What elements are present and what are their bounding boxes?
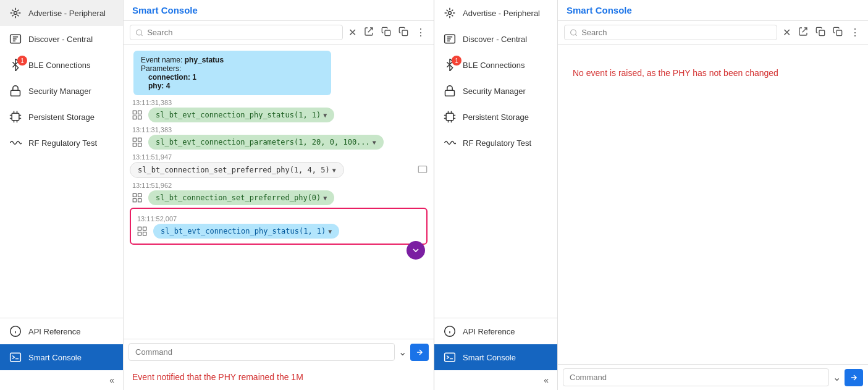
sidebar-item-api-right[interactable]: API Reference [434, 318, 557, 344]
chevron-left-icon-right: « [544, 375, 549, 385]
sidebar-item-advertise-right[interactable]: Advertise - Peripheral [434, 0, 557, 26]
left-panel: Advertise - Peripheral Discover - Centra… [0, 0, 434, 390]
right-panel: Advertise - Peripheral Discover - Centra… [434, 0, 868, 390]
sidebar-item-storage-right[interactable]: Persistent Storage [434, 104, 557, 130]
svg-rect-31 [445, 353, 455, 361]
ts-1-left: 13:11:31,383 [130, 99, 428, 106]
wave-icon [9, 136, 22, 150]
svg-rect-5 [11, 353, 21, 361]
copy-row-icon-left[interactable] [418, 164, 428, 176]
radar-icon [9, 32, 22, 46]
grid-icon-4-left [130, 190, 145, 205]
more-icon-right[interactable]: ⋮ [848, 25, 862, 40]
search-input-left[interactable] [147, 28, 337, 37]
sidebar-item-storage-left[interactable]: Persistent Storage [0, 104, 123, 130]
chip-label-3-left: sl_bt_connection_set_preferred_phy(1, 4,… [138, 166, 330, 174]
copy2-icon-right[interactable] [831, 25, 845, 40]
sidebar-label: Security Manager [28, 87, 91, 96]
export-icon-right[interactable] [796, 25, 810, 40]
sidebar-label: API Reference [463, 327, 515, 336]
event-row-1-left: sl_bt_evt_connection_phy_status(1, 1) ▼ [130, 108, 428, 122]
command-input-left[interactable] [129, 343, 395, 361]
svg-rect-34 [836, 30, 842, 36]
sidebar-label: Advertise - Peripheral [28, 9, 106, 18]
search-input-right[interactable] [581, 28, 772, 37]
svg-rect-22 [138, 227, 141, 230]
svg-rect-11 [133, 116, 136, 119]
chevron-left-icon: « [109, 375, 114, 385]
antenna-icon [9, 6, 22, 20]
ts-3-left: 13:11:51,947 [130, 153, 428, 161]
send-btn-left[interactable] [410, 344, 429, 361]
left-console-body: Event name: phy_status Parameters: conne… [124, 45, 434, 339]
scroll-down-btn-left[interactable] [407, 241, 425, 260]
left-search-box[interactable] [130, 25, 343, 40]
right-search-box[interactable] [564, 25, 777, 40]
sidebar-item-ble-right[interactable]: 1 BLE Connections [434, 52, 557, 78]
sidebar-item-console-left[interactable]: Smart Console [0, 344, 123, 370]
sidebar-item-rf-right[interactable]: RF Regulatory Test [434, 130, 557, 156]
svg-rect-13 [133, 138, 136, 141]
svg-rect-9 [133, 111, 136, 114]
highlighted-row-left: 13:11:52,007 sl_bt_evt_connection_phy_st… [130, 208, 428, 245]
expand-icon-left[interactable]: ⌄ [398, 346, 407, 358]
wave-icon-right [443, 136, 457, 150]
clear-icon-right[interactable]: ✕ [781, 25, 793, 40]
tooltip-line2: Parameters: [141, 64, 324, 73]
tooltip-line4: phy: 4 [141, 82, 324, 90]
event-chip-3-left[interactable]: sl_bt_connection_set_preferred_phy(1, 4,… [130, 162, 344, 178]
sidebar-item-security-left[interactable]: Security Manager [0, 78, 123, 104]
send-btn-right[interactable] [845, 369, 863, 386]
sidebar-item-rf-left[interactable]: RF Regulatory Test [0, 130, 123, 156]
sidebar-label: Smart Console [28, 353, 82, 362]
sidebar-label: RF Regulatory Test [28, 138, 97, 148]
event-chip-4-left[interactable]: sl_bt_connection_set_preferred_phy(0) ▼ [148, 190, 334, 205]
sidebar-item-console-right[interactable]: Smart Console [434, 344, 557, 370]
info-icon [9, 324, 22, 338]
smart-console-title-left: Smart Console [124, 0, 434, 21]
copy-icon-right[interactable] [814, 25, 827, 40]
copy2-icon-left[interactable] [397, 25, 410, 40]
event-chip-1-left[interactable]: sl_bt_evt_connection_phy_status(1, 1) ▼ [148, 108, 334, 122]
ble-badge-left: 1 [17, 56, 27, 66]
more-icon-left[interactable]: ⋮ [414, 25, 428, 40]
sidebar-label: Persistent Storage [463, 112, 529, 122]
clear-icon-left[interactable]: ✕ [347, 25, 358, 40]
svg-rect-19 [138, 193, 141, 197]
sidebar-label: API Reference [28, 327, 81, 336]
chip-label-5-left: sl_bt_evt_connection_phy_status(1, 1) [161, 227, 326, 235]
sidebar-item-discover-right[interactable]: Discover - Central [434, 26, 557, 52]
collapse-btn-right[interactable]: « [434, 370, 557, 390]
command-input-right[interactable] [563, 368, 829, 386]
search-icon-right [570, 28, 578, 37]
svg-rect-14 [138, 138, 141, 141]
event-chip-2-left[interactable]: sl_bt_evt_connection_parameters(1, 20, 0… [148, 135, 384, 150]
collapse-btn-left[interactable]: « [0, 370, 123, 390]
svg-rect-18 [133, 193, 136, 197]
sidebar-item-ble-left[interactable]: 1 BLE Connections [0, 52, 123, 78]
sidebar-item-discover-left[interactable]: Discover - Central [0, 26, 123, 52]
export-icon-left[interactable] [362, 25, 376, 40]
chip-label-4-left: sl_bt_connection_set_preferred_phy(0) [156, 193, 321, 202]
expand-icon-right[interactable]: ⌄ [833, 371, 841, 383]
sidebar-item-security-right[interactable]: Security Manager [434, 78, 557, 104]
svg-rect-20 [133, 199, 136, 202]
event-row-3-left: sl_bt_connection_set_preferred_phy(1, 4,… [130, 162, 428, 178]
antenna-icon-right [443, 6, 457, 20]
sidebar-item-api-left[interactable]: API Reference [0, 318, 123, 344]
svg-rect-2 [11, 90, 20, 96]
right-toolbar-icons: ✕ ⋮ [781, 25, 862, 40]
sidebar-label: Persistent Storage [28, 112, 95, 122]
lock-icon-right [443, 84, 457, 98]
sidebar-item-advertise-left[interactable]: Advertise - Peripheral [0, 0, 123, 26]
sidebar-label: RF Regulatory Test [463, 138, 531, 148]
svg-rect-29 [446, 113, 453, 121]
sidebar-label: Discover - Central [463, 35, 527, 44]
left-sidebar: Advertise - Peripheral Discover - Centra… [0, 0, 124, 390]
event-row-5-left: sl_bt_evt_connection_phy_status(1, 1) ▼ [135, 224, 423, 239]
terminal-icon-right [443, 350, 457, 364]
event-chip-5-left[interactable]: sl_bt_evt_connection_phy_status(1, 1) ▼ [153, 224, 339, 239]
copy-icon-left[interactable] [379, 25, 393, 40]
svg-rect-12 [138, 116, 141, 119]
sidebar-bottom-right: API Reference Smart Console « [434, 318, 557, 390]
